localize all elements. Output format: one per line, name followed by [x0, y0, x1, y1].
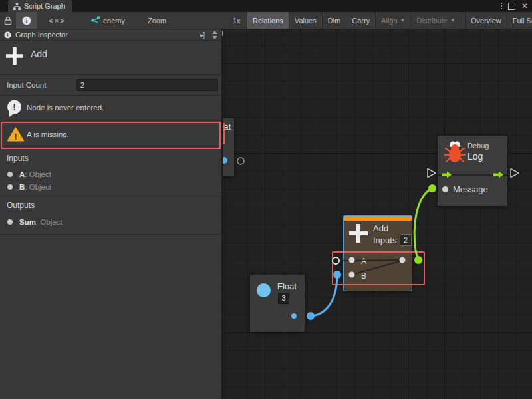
carry-button[interactable]: Carry — [346, 12, 375, 29]
node-subtitle: Log — [467, 151, 483, 162]
outputs-title: Outputs — [7, 201, 35, 210]
inspector-node-title: Add — [31, 49, 47, 59]
control-out-triangle[interactable] — [511, 169, 519, 178]
chevron-down-icon: ▼ — [450, 17, 456, 23]
svg-text:i: i — [26, 17, 28, 24]
svg-text:!: ! — [13, 102, 16, 112]
svg-text:!: ! — [14, 132, 17, 142]
control-input-arrow-icon[interactable] — [442, 171, 452, 178]
warning-message-text: A is missing. — [27, 130, 69, 138]
values-button[interactable]: Values — [289, 12, 322, 29]
control-in-triangle[interactable] — [428, 169, 436, 178]
full-screen-button[interactable]: Full Screen — [507, 12, 532, 29]
selection-accent-strip — [344, 216, 412, 221]
node-subtitle: Inputs — [373, 235, 396, 245]
connection-endpoint[interactable] — [307, 312, 315, 320]
graph-name: enemy — [103, 17, 125, 25]
node-title: Float — [277, 281, 297, 291]
tab-script-graph[interactable]: Script Graph — [8, 0, 72, 12]
input-a-row: A: Object — [7, 170, 51, 178]
connection-endpoint[interactable] — [428, 184, 436, 192]
message-port-label: Message — [453, 184, 488, 194]
inputs-section: Inputs A: Object B: Object — [0, 149, 221, 196]
port-dot-icon — [7, 219, 13, 225]
node-title: Debug — [467, 142, 489, 150]
node-float[interactable]: Float 3 — [250, 275, 305, 332]
inspector-toggle-button[interactable]: i — [16, 12, 37, 29]
edit-script-button[interactable]: <×> — [41, 12, 73, 29]
add-unit-icon — [349, 224, 368, 243]
input-count-field[interactable]: 2 — [76, 79, 218, 91]
float-type-icon — [257, 283, 271, 297]
output-sum-row: Sum: Object — [7, 218, 63, 226]
graph-asset-icon — [90, 16, 100, 25]
node-debug-log[interactable]: Debug Log Message — [438, 136, 507, 206]
chevron-down-icon: ▼ — [400, 17, 406, 23]
message-port-icon[interactable] — [442, 186, 448, 192]
dock-icon[interactable]: ▸] — [200, 31, 204, 39]
input-count-label: Input Count — [7, 81, 46, 89]
overview-button[interactable]: Overview — [465, 12, 507, 29]
panel-scroll-arrows[interactable] — [212, 31, 217, 39]
value-port-icon[interactable] — [223, 157, 227, 164]
svg-text:i: i — [7, 33, 9, 37]
port-dot-icon — [7, 184, 13, 190]
inspector-title: Graph Inspector — [15, 31, 68, 39]
inspector-header: i Graph Inspector ▸] — [0, 29, 221, 41]
node-title: Add — [373, 223, 388, 233]
control-connection[interactable] — [414, 188, 432, 260]
graph-icon — [13, 3, 21, 10]
input-b-row: B: Object — [7, 183, 51, 191]
window-menu-icon[interactable] — [501, 3, 502, 9]
close-icon[interactable]: ✕ — [521, 2, 528, 10]
info-icon: i — [22, 16, 31, 25]
zoom-label: Zoom — [148, 17, 166, 25]
graph-canvas[interactable]: Float Float 3 Add Inputs 2 A B — [223, 29, 532, 399]
lock-icon — [4, 16, 12, 25]
relations-button[interactable]: Relations — [247, 12, 289, 29]
inspector-node-section: Add — [0, 41, 221, 75]
control-output-arrow-icon[interactable] — [493, 171, 504, 178]
maximize-icon[interactable] — [508, 3, 515, 10]
info-icon: i — [4, 31, 11, 39]
port-dot-icon — [7, 172, 13, 177]
tab-bar: Script Graph ✕ — [0, 0, 532, 12]
value-output-port[interactable] — [291, 313, 297, 319]
code-icon: <×> — [49, 17, 65, 25]
dim-button[interactable]: Dim — [322, 12, 346, 29]
zoom-value: 1x — [233, 17, 241, 25]
input-count-badge: 2 — [400, 234, 412, 246]
graph-inspector-panel: i Graph Inspector ▸] Add Input Count 2 !… — [0, 29, 222, 399]
graph-toolbar: i <×> enemy Zoom 1x Relations Values Dim… — [0, 12, 532, 29]
warning-message-row: ! A is missing. — [0, 120, 221, 149]
tab-title: Script Graph — [24, 2, 65, 10]
connections-overlay — [223, 29, 532, 399]
input-count-row: Input Count 2 — [0, 75, 221, 96]
info-message-row: ! Node is never entered. — [0, 96, 221, 120]
info-message-text: Node is never entered. — [27, 104, 104, 112]
script-graph-window: Script Graph ✕ i <×> enemy Zoom 1x Relat… — [0, 0, 532, 399]
error-highlight-ports — [332, 251, 425, 285]
outputs-section: Outputs Sum: Object — [0, 196, 221, 235]
inputs-title: Inputs — [7, 154, 29, 163]
hollow-port-circle[interactable] — [237, 158, 244, 164]
distribute-dropdown[interactable]: Distribute▼ — [411, 12, 461, 29]
warning-icon: ! — [7, 127, 24, 142]
error-highlight-partial — [223, 123, 225, 144]
speech-bubble-icon: ! — [6, 100, 23, 118]
align-dropdown[interactable]: Align▼ — [375, 12, 410, 29]
add-unit-icon — [6, 47, 23, 65]
float-value-field[interactable]: 3 — [278, 293, 289, 304]
bug-icon — [444, 140, 466, 164]
lock-button[interactable] — [0, 12, 16, 29]
graph-breadcrumb[interactable]: enemy — [90, 12, 125, 29]
